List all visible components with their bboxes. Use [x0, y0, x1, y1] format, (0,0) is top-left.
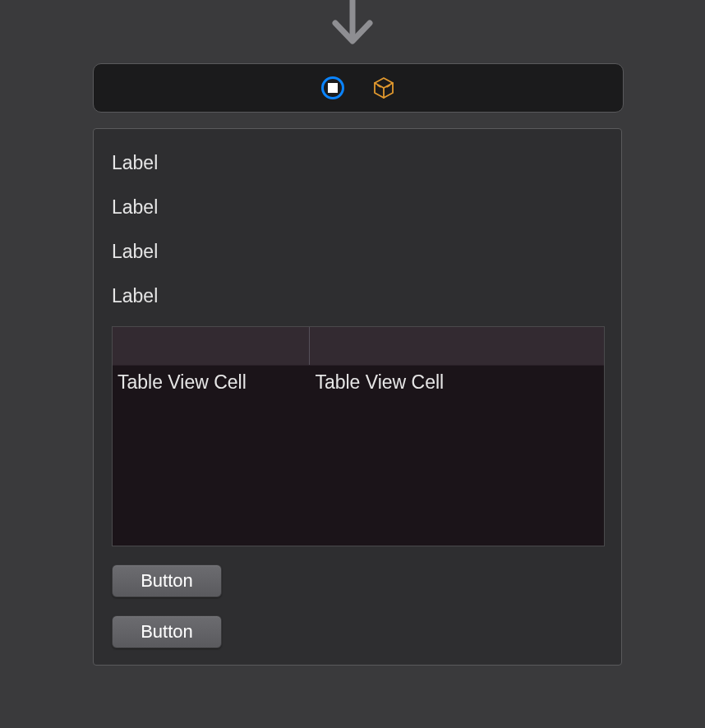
view-canvas[interactable]: Label Label Label Label Table View Cell … — [93, 128, 622, 666]
label-2[interactable]: Label — [112, 196, 158, 219]
segue-arrow — [0, 0, 705, 58]
view-mode-tab[interactable] — [321, 76, 344, 99]
label-4[interactable]: Label — [112, 285, 158, 307]
button-1[interactable]: Button — [112, 564, 222, 597]
label-3[interactable]: Label — [112, 241, 158, 263]
stop-circle-icon — [321, 76, 344, 99]
table-row[interactable]: Table View Cell Table View Cell — [113, 366, 604, 399]
button-2[interactable]: Button — [112, 615, 222, 648]
table-column-1[interactable] — [113, 327, 310, 365]
button-2-label: Button — [141, 621, 193, 643]
button-1-label: Button — [141, 570, 193, 592]
editor-tab-bar — [93, 63, 624, 113]
table-cell-1[interactable]: Table View Cell — [113, 371, 310, 394]
scene-mode-tab[interactable] — [372, 76, 395, 99]
table-view[interactable]: Table View Cell Table View Cell — [112, 326, 605, 546]
table-cell-2[interactable]: Table View Cell — [310, 371, 604, 394]
label-1[interactable]: Label — [112, 152, 158, 174]
cube-icon — [372, 76, 395, 99]
table-header[interactable] — [113, 327, 604, 366]
table-column-2[interactable] — [310, 327, 604, 365]
